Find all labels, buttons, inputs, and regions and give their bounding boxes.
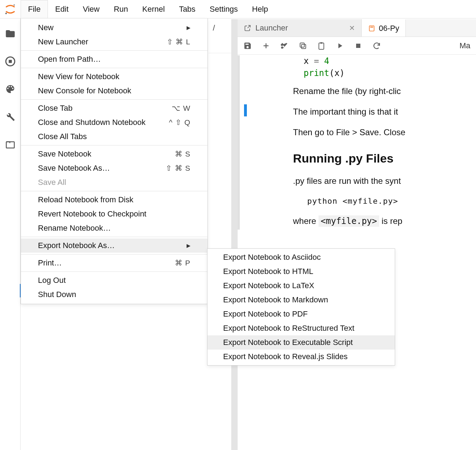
markdown-heading[interactable]: Running .py Files (247, 141, 476, 169)
menu-item-rename-notebook[interactable]: Rename Notebook… (21, 221, 207, 235)
markdown-text[interactable]: where <myfile.py> is rep (247, 209, 476, 230)
paste-icon[interactable] (317, 42, 326, 50)
svg-point-1 (5, 12, 7, 14)
wrench-icon[interactable] (5, 111, 16, 122)
restart-icon[interactable] (372, 42, 381, 50)
running-icon[interactable] (5, 56, 16, 67)
run-icon[interactable] (336, 42, 344, 50)
menu-item-close-tab[interactable]: Close Tab⌥ W (21, 101, 207, 115)
submenu-item-export-notebook-to-pdf[interactable]: Export Notebook to PDF (207, 307, 395, 321)
submenu-item-label: Export Notebook to Markdown (223, 295, 328, 304)
menu-item-label: Print… (38, 258, 62, 268)
menu-item-close-all-tabs[interactable]: Close All Tabs (21, 130, 207, 144)
svg-rect-9 (319, 43, 324, 49)
submenu-item-export-notebook-to-reveal-js-slides[interactable]: Export Notebook to Reveal.js Slides (207, 350, 395, 364)
export-submenu: Export Notebook to AsciidocExport Notebo… (207, 248, 395, 366)
left-sidebar (0, 18, 21, 450)
menu-shortcut: ⇧ ⌘ L (167, 38, 190, 46)
menu-item-label: Save Notebook As… (38, 164, 110, 173)
menu-separator (21, 68, 207, 68)
menu-item-log-out[interactable]: Log Out (21, 273, 207, 287)
submenu-item-export-notebook-to-markdown[interactable]: Export Notebook to Markdown (207, 293, 395, 307)
menu-item-export-notebook-as[interactable]: Export Notebook As…▸ (21, 238, 207, 253)
menubar-item-tabs[interactable]: Tabs (172, 0, 203, 18)
menu-item-close-and-shutdown-notebook[interactable]: Close and Shutdown Notebook^ ⇧ Q (21, 115, 207, 130)
menubar-item-edit[interactable]: Edit (48, 0, 76, 18)
markdown-code[interactable]: python <myfile.py> (247, 190, 476, 209)
menu-item-label: New (38, 23, 54, 32)
svg-rect-7 (301, 44, 306, 49)
menubar-item-view[interactable]: View (76, 0, 106, 18)
tab-notebook-label: 06-Py (379, 24, 399, 33)
menu-separator (21, 145, 207, 146)
menu-item-label: Open from Path… (38, 55, 101, 64)
menu-shortcut: ⌘ P (175, 259, 190, 267)
menubar-item-run[interactable]: Run (107, 0, 135, 18)
save-icon[interactable] (243, 42, 252, 50)
breadcrumb-slash[interactable]: / (213, 23, 215, 33)
menu-item-save-notebook[interactable]: Save Notebook⌘ S (21, 147, 207, 161)
menu-item-new[interactable]: New▸ (21, 21, 207, 35)
markdown-text[interactable]: .py files are run with the synt (247, 169, 476, 190)
markdown-text[interactable]: The important thing is that it (247, 100, 476, 120)
submenu-item-export-notebook-to-latex[interactable]: Export Notebook to LaTeX (207, 279, 395, 293)
notebook-content: x = 4 print(x) Rename the file (by right… (238, 55, 476, 230)
menu-shortcut: ⌘ S (175, 150, 190, 158)
notebook-toolbar: Ma (238, 37, 476, 55)
menu-item-new-launcher[interactable]: New Launcher⇧ ⌘ L (21, 35, 207, 49)
menu-item-label: Log Out (38, 276, 66, 285)
menu-item-revert-notebook-to-checkpoint[interactable]: Revert Notebook to Checkpoint (21, 207, 207, 221)
menubar-item-kernel[interactable]: Kernel (135, 0, 172, 18)
svg-point-0 (13, 4, 15, 5)
menu-shortcut: ⇧ ⌘ S (166, 164, 190, 172)
markdown-text[interactable]: Rename the file (by right-clic (247, 79, 476, 100)
menubar-item-file[interactable]: File (21, 0, 48, 18)
menubar-item-settings[interactable]: Settings (203, 0, 245, 18)
submenu-item-label: Export Notebook to LaTeX (223, 281, 314, 290)
menu-item-new-console-for-notebook[interactable]: New Console for Notebook (21, 84, 207, 98)
copy-icon[interactable] (299, 42, 307, 50)
submenu-item-label: Export Notebook to ReStructured Text (223, 324, 354, 333)
tab-launcher-label: Launcher (255, 23, 288, 33)
menu-item-shut-down[interactable]: Shut Down (21, 287, 207, 302)
menu-item-label: Shut Down (38, 290, 76, 299)
menu-item-print[interactable]: Print…⌘ P (21, 256, 207, 270)
tabs-icon[interactable] (5, 139, 16, 150)
add-icon[interactable] (262, 42, 270, 50)
menu-item-label: Export Notebook As… (38, 241, 115, 250)
menu-item-label: Revert Notebook to Checkpoint (38, 209, 146, 219)
chevron-right-icon: ▸ (187, 241, 190, 250)
menu-item-label: New View for Notebook (38, 72, 120, 81)
menubar: FileEditViewRunKernelTabsSettingsHelp (0, 0, 476, 18)
submenu-item-export-notebook-to-asciidoc[interactable]: Export Notebook to Asciidoc (207, 250, 395, 264)
markdown-text[interactable]: Then go to File > Save. Close (247, 120, 476, 141)
stop-icon[interactable] (354, 42, 362, 50)
menubar-item-help[interactable]: Help (245, 0, 275, 18)
tab-notebook[interactable]: 06-Py (362, 19, 406, 37)
svg-rect-5 (369, 26, 374, 31)
menu-item-label: Close Tab (38, 104, 72, 113)
menu-item-save-notebook-as[interactable]: Save Notebook As…⇧ ⌘ S (21, 161, 207, 175)
folder-icon[interactable] (5, 28, 16, 39)
cell-type-selector[interactable]: Ma (459, 41, 470, 50)
submenu-item-label: Export Notebook to Reveal.js Slides (223, 352, 348, 361)
menu-item-label: Reload Notebook from Disk (38, 195, 133, 204)
menu-shortcut: ⌥ W (172, 104, 190, 112)
menu-item-new-view-for-notebook[interactable]: New View for Notebook (21, 70, 207, 84)
menu-separator (21, 271, 207, 272)
submenu-item-export-notebook-to-restructured-text[interactable]: Export Notebook to ReStructured Text (207, 321, 395, 335)
tab-launcher[interactable]: Launcher ✕ (238, 19, 362, 37)
submenu-item-export-notebook-to-html[interactable]: Export Notebook to HTML (207, 264, 395, 279)
menu-item-open-from-path[interactable]: Open from Path… (21, 52, 207, 66)
cut-icon[interactable] (280, 42, 289, 50)
close-icon[interactable]: ✕ (349, 24, 355, 32)
menu-item-label: Save Notebook (38, 149, 91, 159)
panel-divider[interactable] (231, 19, 238, 450)
submenu-item-label: Export Notebook to PDF (223, 309, 308, 319)
menu-item-reload-notebook-from-disk[interactable]: Reload Notebook from Disk (21, 193, 207, 207)
submenu-item-export-notebook-to-executable-script[interactable]: Export Notebook to Executable Script (207, 335, 395, 350)
palette-icon[interactable] (5, 84, 16, 94)
jupyter-logo[interactable] (0, 0, 21, 18)
code-cell[interactable]: x = 4 print(x) (247, 55, 476, 79)
menu-item-label: New Launcher (38, 37, 88, 46)
